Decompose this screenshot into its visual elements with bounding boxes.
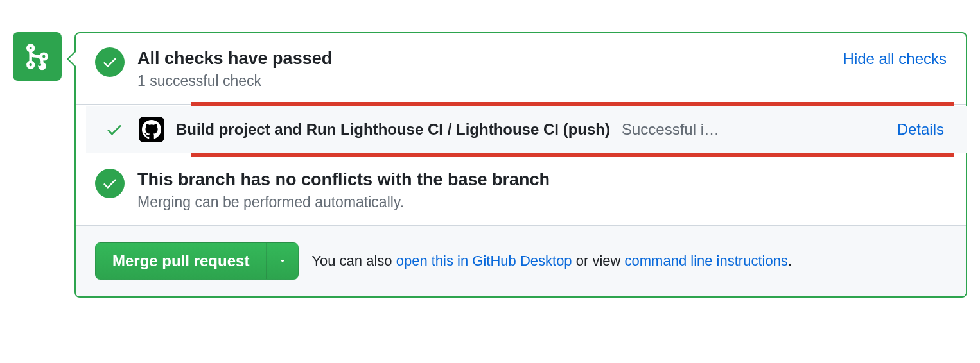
merge-timeline-badge	[13, 32, 62, 81]
merge-method-dropdown[interactable]	[267, 242, 299, 280]
merge-helper-suffix: .	[788, 253, 792, 269]
git-merge-icon	[23, 42, 51, 71]
conflicts-section: This branch has no conflicts with the ba…	[76, 155, 966, 225]
merge-helper-text: You can also open this in GitHub Desktop…	[311, 253, 792, 269]
github-actions-avatar	[139, 117, 164, 142]
caret-down-icon	[277, 256, 288, 266]
conflicts-success-badge	[95, 169, 125, 198]
highlighted-check-outline: Build project and Run Lighthouse CI / Li…	[191, 102, 954, 157]
svg-point-0	[28, 46, 33, 51]
check-details-link[interactable]: Details	[897, 121, 948, 139]
svg-point-1	[28, 62, 33, 68]
open-in-desktop-link[interactable]: open this in GitHub Desktop	[396, 253, 572, 269]
check-run-name: Build project and Run Lighthouse CI / Li…	[176, 121, 610, 139]
merge-helper-middle: or view	[572, 253, 625, 269]
check-run-row[interactable]: Build project and Run Lighthouse CI / Li…	[86, 106, 967, 153]
checks-title: All checks have passed	[137, 47, 830, 70]
check-success-icon	[105, 121, 123, 139]
command-line-instructions-link[interactable]: command line instructions	[625, 253, 788, 269]
check-icon	[101, 175, 118, 192]
check-icon	[101, 54, 118, 71]
svg-point-2	[41, 54, 47, 60]
github-icon	[142, 120, 161, 139]
checks-summary-section: All checks have passed 1 successful chec…	[76, 33, 966, 105]
conflicts-subtitle: Merging can be performed automatically.	[137, 194, 947, 211]
merge-action-section: Merge pull request You can also open thi…	[76, 225, 966, 296]
conflicts-title: This branch has no conflicts with the ba…	[137, 169, 947, 191]
merge-button-group: Merge pull request	[95, 242, 299, 280]
toggle-checks-link[interactable]: Hide all checks	[843, 47, 947, 68]
checks-subtitle: 1 successful check	[137, 72, 830, 90]
merge-pull-request-button[interactable]: Merge pull request	[95, 242, 267, 280]
check-run-status: Successful i…	[622, 121, 719, 139]
merge-helper-prefix: You can also	[311, 253, 396, 269]
checks-success-badge	[95, 47, 125, 77]
merge-status-panel: All checks have passed 1 successful chec…	[74, 32, 967, 298]
